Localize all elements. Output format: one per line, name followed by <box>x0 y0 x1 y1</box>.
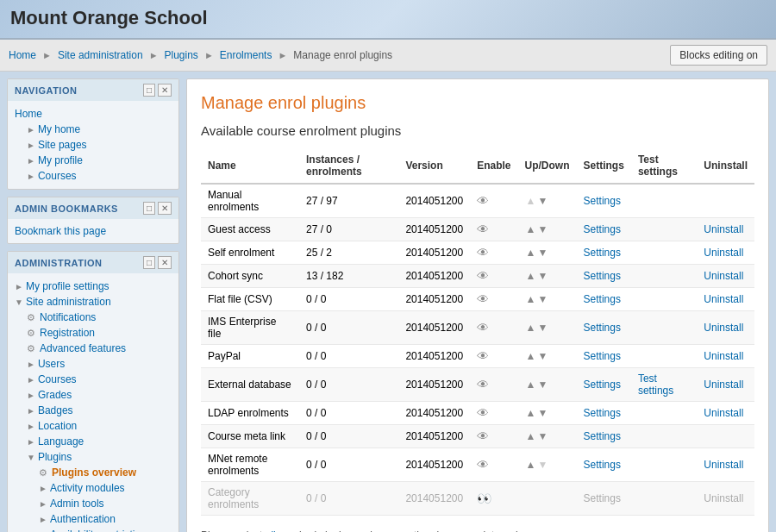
nav-panel-icon-2[interactable]: ✕ <box>158 84 172 97</box>
nav-link-myhome[interactable]: My home <box>38 122 80 136</box>
gear-notifications: ⚙ <box>27 312 35 323</box>
blocks-editing-button[interactable]: Blocks editing on <box>670 45 767 66</box>
admin-link-site-admin[interactable]: Site administration <box>26 295 111 309</box>
up-arrow-btn[interactable]: ▲ <box>526 293 536 305</box>
breadcrumb-site-admin[interactable]: Site administration <box>58 49 143 61</box>
nav-panel-icon-1[interactable]: □ <box>143 84 155 97</box>
admin-link-advanced[interactable]: Advanced features <box>40 341 126 355</box>
eye-icon[interactable]: 👁 <box>477 349 489 363</box>
up-arrow-btn[interactable]: ▲ <box>526 223 536 235</box>
admin-link-plugins[interactable]: Plugins <box>38 450 72 464</box>
eye-icon[interactable]: 👁 <box>477 222 489 236</box>
eye-icon[interactable]: 👁 <box>477 194 489 208</box>
up-arrow-btn[interactable]: ▲ <box>526 379 536 391</box>
arr-badges: ► <box>27 406 35 416</box>
eye-icon[interactable]: 👁 <box>477 429 489 443</box>
settings-link[interactable]: Settings <box>584 379 621 391</box>
admin-link-language[interactable]: Language <box>38 435 84 448</box>
admin-link-admin-tools[interactable]: Admin tools <box>50 497 104 510</box>
admin-link-plugins-overview[interactable]: Plugins overview <box>52 466 136 479</box>
col-updown: Up/Down <box>518 148 577 184</box>
breadcrumb-sep-2: ► <box>149 50 159 60</box>
uninstall-link[interactable]: Uninstall <box>704 379 743 391</box>
settings-link[interactable]: Settings <box>584 293 621 305</box>
admin-item-notifications: ⚙ Notifications <box>27 310 172 325</box>
uninstall-link[interactable]: Uninstall <box>704 270 743 282</box>
admin-link-authentication[interactable]: Authentication <box>50 512 116 526</box>
down-arrow-btn[interactable]: ▼ <box>537 293 548 305</box>
admin-link-grades[interactable]: Grades <box>38 388 72 402</box>
nav-link-myprofile[interactable]: My profile <box>38 153 83 167</box>
admin-link-notifications[interactable]: Notifications <box>40 310 96 324</box>
breadcrumb-home[interactable]: Home <box>9 49 36 61</box>
up-arrow-btn[interactable]: ▲ <box>526 407 536 419</box>
admin-link-profile-settings[interactable]: My profile settings <box>26 279 110 293</box>
down-arrow-btn: ▼ <box>537 459 548 471</box>
page-layout: NAVIGATION □ ✕ Home ► My home ► <box>0 72 776 532</box>
eye-icon[interactable]: 👁 <box>477 458 489 472</box>
up-arrow-btn[interactable]: ▲ <box>526 270 536 282</box>
down-arrow-btn[interactable]: ▼ <box>537 430 548 442</box>
eye-icon[interactable]: 👁 <box>477 406 489 420</box>
admin-link-location[interactable]: Location <box>38 419 77 433</box>
up-arrow-btn[interactable]: ▲ <box>526 247 536 259</box>
admin-panel-icon-2[interactable]: ✕ <box>158 256 172 269</box>
up-arrow-btn[interactable]: ▲ <box>526 459 536 471</box>
up-arrow-btn[interactable]: ▲ <box>526 322 536 334</box>
plugin-name: PayPal <box>201 345 299 368</box>
settings-link[interactable]: Settings <box>584 223 621 235</box>
uninstall-link[interactable]: Uninstall <box>704 459 743 471</box>
down-arrow-btn[interactable]: ▼ <box>537 223 548 235</box>
eye-icon[interactable]: 👁 <box>477 246 489 260</box>
admin-panel-icon-1[interactable]: □ <box>143 256 155 269</box>
admin-link-activity-modules[interactable]: Activity modules <box>50 481 125 495</box>
nav-link-courses[interactable]: Courses <box>38 169 77 183</box>
admin-link-courses[interactable]: Courses <box>38 372 77 386</box>
admin-link-registration[interactable]: Registration <box>40 326 95 340</box>
down-arrow-btn[interactable]: ▼ <box>537 195 548 207</box>
eye-icon[interactable]: 👁 <box>477 378 489 391</box>
down-arrow-btn[interactable]: ▼ <box>537 407 548 419</box>
plugin-settings: Settings <box>577 241 631 265</box>
settings-link[interactable]: Settings <box>584 195 621 207</box>
down-arrow-btn[interactable]: ▼ <box>537 247 548 259</box>
bookmarks-panel-icon-2[interactable]: ✕ <box>158 202 172 215</box>
plugin-updown: ▲▼ <box>518 345 577 368</box>
down-arrow-btn[interactable]: ▼ <box>537 322 548 334</box>
uninstall-link[interactable]: Uninstall <box>704 350 743 362</box>
admin-link-availability[interactable]: Availability restrictions <box>50 528 152 532</box>
settings-link[interactable]: Settings <box>584 322 621 334</box>
settings-link[interactable]: Settings <box>584 430 621 442</box>
down-arrow-btn[interactable]: ▼ <box>537 270 548 282</box>
nav-link-home[interactable]: Home <box>15 107 42 121</box>
up-arrow-btn[interactable]: ▲ <box>526 430 536 442</box>
breadcrumb-plugins[interactable]: Plugins <box>165 49 198 61</box>
down-arrow-btn[interactable]: ▼ <box>537 350 548 362</box>
eye-icon[interactable]: 👁 <box>477 269 489 283</box>
breadcrumb-enrolments[interactable]: Enrolments <box>220 49 272 61</box>
settings-link[interactable]: Settings <box>584 459 621 471</box>
eye-icon[interactable]: 👀 <box>477 491 491 505</box>
bookmarks-panel-icon-1[interactable]: □ <box>143 202 155 215</box>
eye-icon[interactable]: 👁 <box>477 321 489 335</box>
uninstall-link[interactable]: Uninstall <box>704 293 743 305</box>
admin-link-badges[interactable]: Badges <box>38 404 73 417</box>
settings-link[interactable]: Settings <box>584 407 621 419</box>
settings-link[interactable]: Settings <box>584 270 621 282</box>
admin-link-users[interactable]: Users <box>38 357 65 371</box>
uninstall-link[interactable]: Uninstall <box>704 223 743 235</box>
uninstall-link[interactable]: Uninstall <box>704 247 743 259</box>
table-row: IMS Enterprise file0 / 02014051200👁▲▼Set… <box>201 311 754 345</box>
navigation-panel-controls: □ ✕ <box>143 84 172 97</box>
settings-link[interactable]: Settings <box>584 247 621 259</box>
test-settings-link[interactable]: Test settings <box>638 372 673 397</box>
uninstall-link[interactable]: Uninstall <box>704 407 743 419</box>
bookmark-this-page-link[interactable]: Bookmark this page <box>15 224 172 238</box>
settings-link[interactable]: Settings <box>584 350 621 362</box>
uninstall-link[interactable]: Uninstall <box>704 322 743 334</box>
nav-link-sitepages[interactable]: Site pages <box>38 138 87 152</box>
up-arrow-btn[interactable]: ▲ <box>526 350 536 362</box>
down-arrow-btn[interactable]: ▼ <box>537 379 548 391</box>
eye-icon[interactable]: 👁 <box>477 292 489 306</box>
plugin-uninstall: Uninstall <box>697 265 754 288</box>
